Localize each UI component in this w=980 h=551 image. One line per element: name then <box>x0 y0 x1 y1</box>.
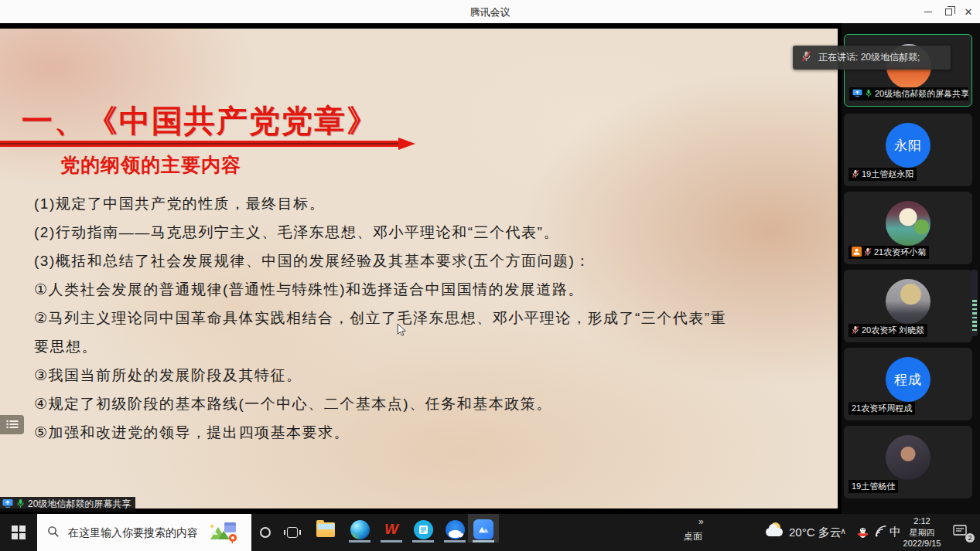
participant-name: 20农资环 刘晓燚 <box>862 325 924 336</box>
cortana-button[interactable] <box>255 514 275 551</box>
screen-share-icon <box>852 89 862 99</box>
tray-expand-chevron[interactable]: ∧ <box>840 526 846 536</box>
slide-line: (1)规定了中国共产党的性质，最终目标。 <box>34 189 800 218</box>
volume-level-bars <box>972 300 977 331</box>
avatar-initials: 程成 <box>886 357 930 402</box>
mic-muted-icon <box>864 247 872 258</box>
slide-line: ⑤加强和改进党的领导，提出四项基本要求。 <box>34 418 800 447</box>
mic-muted-icon <box>801 51 811 64</box>
network-signal-icon[interactable] <box>874 525 888 541</box>
sidebar-volume-handle[interactable] <box>971 270 978 336</box>
avatar <box>886 435 930 480</box>
red-arrow-decoration <box>0 138 415 150</box>
cortana-ring-icon <box>260 527 271 538</box>
clock-weekday: 星期四 <box>900 527 944 539</box>
participant-label: 21农资环小菊 <box>849 246 929 259</box>
windows-logo-icon <box>12 525 26 539</box>
mic-on-icon <box>865 89 872 100</box>
participant-sidebar: 20级地信郝燚的屏幕共享 永阳 19土管赵永阳 21农资环小菊 20农资环 刘晓… <box>842 23 980 514</box>
participant-name: 21农资环小菊 <box>874 247 926 258</box>
list-menu-icon <box>6 418 19 432</box>
qq-browser-button[interactable] <box>439 514 470 551</box>
mouse-cursor <box>397 323 407 341</box>
slide-line: ③我国当前所处的发展阶段及其特征。 <box>34 361 800 389</box>
qq-browser-icon <box>446 520 465 539</box>
desktop-toolbar-label[interactable]: 桌面 <box>684 530 702 543</box>
participant-tile[interactable]: 19土管杨佳 <box>844 426 972 498</box>
slide-line: (2)行动指南——马克思列宁主义、毛泽东思想、邓小平理论和“三个代表”。 <box>34 218 800 247</box>
file-explorer-button[interactable] <box>310 514 341 551</box>
slide-body-text: (1)规定了中国共产党的性质，最终目标。 (2)行动指南——马克思列宁主义、毛泽… <box>34 189 800 447</box>
avatar <box>886 279 930 324</box>
task-view-button[interactable] <box>282 514 303 551</box>
screen-share-banner-label: 20级地信郝燚的屏幕共享 <box>28 498 131 511</box>
slide-title: 一、《中国共产党党章》 <box>22 100 379 142</box>
docs-app-button[interactable] <box>408 514 439 551</box>
taskbar: W » 桌面 20°C 多云 ∧ 中 2:12 星期四 2022/9/15 <box>0 514 980 551</box>
participant-label: 20级地信郝燚的屏幕共享 <box>849 87 968 100</box>
tencent-meeting-icon <box>473 519 493 539</box>
mic-muted-icon <box>852 169 859 180</box>
edge-icon <box>350 520 370 539</box>
window-titlebar: 腾讯会议 ✕ <box>0 0 980 23</box>
task-view-icon <box>287 527 298 538</box>
edge-browser-button[interactable] <box>344 514 375 551</box>
slide-line: (3)概括和总结了社会发展规律、中国的发展经验及其基本要求(五个方面问题)： <box>34 247 800 275</box>
window-title: 腾讯会议 <box>0 5 980 19</box>
qq-tray-icon[interactable] <box>856 525 869 542</box>
news-weather-widget-icon[interactable] <box>209 521 240 544</box>
slide-line: ④规定了初级阶段的基本路线(一个中心、二个基本点)、任务和基本政策。 <box>34 389 800 418</box>
avatar-initials: 永阳 <box>886 123 930 168</box>
participant-tile[interactable]: 20农资环 刘晓燚 <box>844 270 972 342</box>
shared-screen-slide: 一、《中国共产党党章》 党的纲领的主要内容 (1)规定了中国共产党的性质，最终目… <box>0 29 838 508</box>
slide-line: ②马列主义理论同中国革命具体实践相结合，创立了毛泽东思想、邓小平理论，形成了“三… <box>34 304 800 332</box>
toolbar-overflow-chevron[interactable]: » <box>698 516 704 527</box>
wps-office-button[interactable]: W <box>376 514 407 551</box>
participant-label: 20农资环 刘晓燚 <box>849 324 927 337</box>
tencent-meeting-button[interactable] <box>468 514 499 551</box>
participant-label: 19土管杨佳 <box>849 480 898 493</box>
mic-muted-icon <box>852 325 859 336</box>
participant-label: 19土管赵永阳 <box>849 168 917 181</box>
notification-center-button[interactable]: 2 <box>953 524 973 541</box>
mic-on-icon <box>16 498 25 511</box>
participant-name: 21农资环周程成 <box>852 403 912 414</box>
participant-name: 20级地信郝燚的屏幕共享 <box>875 88 968 100</box>
participant-label: 21农资环周程成 <box>849 402 915 415</box>
file-explorer-icon <box>316 522 335 537</box>
clock-date: 2022/9/15 <box>900 538 944 549</box>
slide-line: 要思想。 <box>34 332 800 361</box>
taskbar-search[interactable] <box>37 514 251 551</box>
weather-icon[interactable] <box>766 522 786 541</box>
wps-icon: W <box>384 521 398 538</box>
participant-name: 19土管杨佳 <box>852 481 895 492</box>
slide-line: ①人类社会发展的普通规律(普通性与特殊性)和选择适合中国国情的发展道路。 <box>34 275 800 304</box>
close-button[interactable]: ✕ <box>957 0 980 23</box>
member-badge-icon <box>852 247 862 258</box>
docs-app-icon <box>414 520 433 539</box>
speaking-toast: 正在讲话: 20级地信郝燚; <box>793 46 951 70</box>
screen-share-banner[interactable]: 20级地信郝燚的屏幕共享 <box>0 497 135 512</box>
avatar <box>886 201 930 246</box>
taskbar-clock[interactable]: 2:12 星期四 2022/9/15 <box>900 515 944 549</box>
weather-text[interactable]: 20°C 多云 <box>789 525 842 540</box>
participant-tile[interactable]: 永阳 19土管赵永阳 <box>844 114 972 186</box>
participant-tile[interactable]: 程成 21农资环周程成 <box>844 348 972 420</box>
screen-share-icon <box>2 498 13 511</box>
slideshow-menu-button[interactable] <box>0 415 24 434</box>
participant-tile[interactable]: 21农资环小菊 <box>844 192 972 264</box>
clock-time: 2:12 <box>900 515 944 527</box>
notification-badge: 2 <box>965 533 975 542</box>
speaking-toast-text: 正在讲话: 20级地信郝燚; <box>818 51 920 64</box>
participant-name: 19土管赵永阳 <box>862 168 913 180</box>
start-button[interactable] <box>0 514 37 551</box>
slide-subtitle: 党的纲领的主要内容 <box>60 152 241 178</box>
